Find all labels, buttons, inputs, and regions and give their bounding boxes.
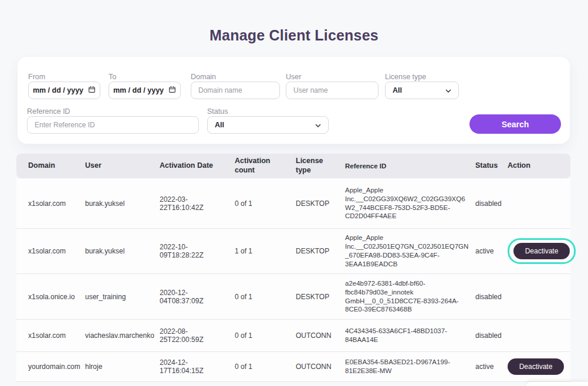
table-row: x1solar.com viacheslav.marchenko 2022-08… xyxy=(16,320,570,352)
table-row: x1solar.com burak.yuksel 2022-03-22T16:1… xyxy=(16,178,570,229)
table-header-row: Domain User Activation Date Activation c… xyxy=(16,154,570,178)
status-value: All xyxy=(215,121,224,129)
to-label: To xyxy=(109,73,116,81)
chevron-down-icon xyxy=(445,86,451,94)
to-date-input[interactable]: mm / dd / yyyy xyxy=(109,82,181,99)
license-type-label: License type xyxy=(385,73,426,81)
status-select[interactable]: All xyxy=(207,116,329,134)
license-table-body: x1solar.com burak.yuksel 2022-03-22T16:1… xyxy=(16,178,570,382)
from-label: From xyxy=(28,73,45,81)
column-header-user: User xyxy=(85,161,160,171)
license-type-value: All xyxy=(393,86,402,94)
cell-activation-count: 0 of 1 xyxy=(235,331,296,340)
column-header-status: Status xyxy=(475,161,508,171)
deactivate-button[interactable]: Deactivate xyxy=(513,243,570,259)
column-header-activation-date: Activation Date xyxy=(160,161,235,171)
cell-domain: x1solar.com xyxy=(28,247,85,255)
cell-domain: x1sola.onice.io xyxy=(28,293,85,301)
cell-reference-id: Apple_Apple Inc.__C02GG39XQ6W2_C02GG39XQ… xyxy=(345,186,475,221)
cell-activation-count: 0 of 1 xyxy=(235,293,296,301)
calendar-icon xyxy=(88,86,96,95)
cell-user: burak.yuksel xyxy=(85,199,160,208)
cell-user: hlroje xyxy=(85,363,160,371)
from-date-value: mm / dd / yyyy xyxy=(33,86,83,94)
cell-activation-date: 2022-08-25T22:00:59Z xyxy=(160,327,235,344)
cell-activation-date: 2020-12-04T08:37:09Z xyxy=(160,289,235,305)
cell-status: active xyxy=(475,247,508,255)
cell-activation-count: 0 of 1 xyxy=(235,199,296,208)
cell-reference-id: a2e4b972-6381-4dbf-bf60-fbc84b79d03e_inn… xyxy=(345,279,475,314)
reference-id-label: Reference ID xyxy=(27,107,70,116)
reference-id-input[interactable] xyxy=(27,116,199,134)
cell-action: Deactivate xyxy=(508,358,570,375)
column-header-license-type: License type xyxy=(296,157,345,175)
user-input[interactable] xyxy=(286,82,379,99)
cell-status: active xyxy=(475,363,508,371)
page-title: Manage Client Licenses xyxy=(0,27,588,44)
cell-license-type: DESKTOP xyxy=(296,293,345,301)
cell-reference-id: Apple_Apple Inc.__C02J501EQ7GN_C02J501EQ… xyxy=(345,233,475,269)
domain-label: Domain xyxy=(191,73,216,81)
cell-license-type: DESKTOP xyxy=(296,247,345,255)
to-date-value: mm / dd / yyyy xyxy=(113,86,164,94)
cell-activation-date: 2024-12-17T16:04:15Z xyxy=(160,358,235,375)
cell-domain: yourdomain.com xyxy=(28,363,85,371)
column-header-activation-count: Activation count xyxy=(235,157,296,175)
cell-action: Deactivate xyxy=(508,238,570,264)
domain-input[interactable] xyxy=(191,82,280,99)
cell-activation-count: 0 of 1 xyxy=(235,363,296,371)
cell-activation-count: 1 of 1 xyxy=(235,247,296,255)
cell-domain: x1solar.com xyxy=(28,331,85,340)
license-type-select[interactable]: All xyxy=(385,82,459,99)
cell-license-type: OUTCONN xyxy=(296,363,345,371)
cell-user: user_training xyxy=(85,293,160,301)
from-date-input[interactable]: mm / dd / yyyy xyxy=(28,82,100,99)
user-label: User xyxy=(286,73,301,81)
cell-status: disabled xyxy=(475,293,508,301)
column-header-reference-id: Reference ID xyxy=(345,162,475,171)
column-header-domain: Domain xyxy=(28,161,85,171)
table-row: yourdomain.com hlroje 2024-12-17T16:04:1… xyxy=(16,352,570,382)
filter-panel: From mm / dd / yyyy To mm / dd / yyyy Do… xyxy=(18,57,570,144)
table-row: x1solar.com burak.yuksel 2022-10-09T18:2… xyxy=(16,229,570,274)
calendar-icon xyxy=(168,86,176,95)
cell-reference-id: E0EBA354-5BA3ED21-D967A199-81E2E38E-MW xyxy=(345,358,475,375)
cell-reference-id: 4C434345-633A6CF1-48BD1037-84BAA14E xyxy=(345,327,475,344)
deactivate-button[interactable]: Deactivate xyxy=(508,358,564,375)
cell-activation-date: 2022-10-09T18:28:22Z xyxy=(160,243,235,259)
bottom-right-card-peek xyxy=(526,382,588,386)
cell-activation-date: 2022-03-22T16:10:42Z xyxy=(160,195,235,212)
cell-user: viacheslav.marchenko xyxy=(85,331,160,340)
cell-license-type: DESKTOP xyxy=(296,199,345,208)
cell-domain: x1solar.com xyxy=(28,199,85,208)
search-button[interactable]: Search xyxy=(469,114,561,134)
cell-status: disabled xyxy=(475,331,508,340)
table-row: x1sola.onice.io user_training 2020-12-04… xyxy=(16,274,570,320)
chevron-down-icon xyxy=(315,121,321,129)
status-label: Status xyxy=(207,107,228,116)
highlight-ring: Deactivate xyxy=(508,238,576,264)
cell-user: burak.yuksel xyxy=(85,247,160,255)
cell-license-type: OUTCONN xyxy=(296,331,345,340)
column-header-action: Action xyxy=(508,161,570,171)
cell-status: disabled xyxy=(475,199,508,208)
